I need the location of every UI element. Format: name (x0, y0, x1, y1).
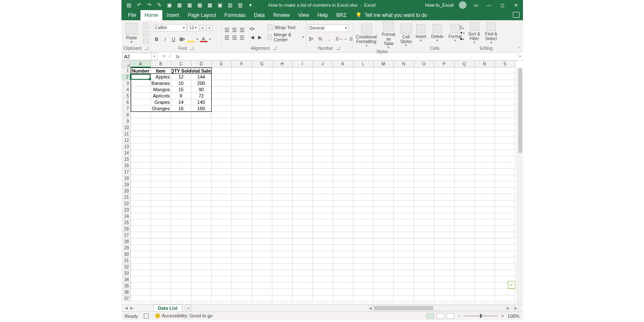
cell-P5[interactable] (434, 93, 455, 99)
cell-M15[interactable] (374, 156, 394, 162)
cell-E6[interactable] (212, 99, 232, 106)
cell-K1[interactable] (333, 68, 353, 74)
cell-B36[interactable] (151, 289, 171, 295)
cell-H13[interactable] (272, 143, 293, 150)
cell-D37[interactable] (191, 295, 212, 302)
cell-L29[interactable] (353, 245, 374, 251)
cell-K24[interactable] (333, 213, 353, 219)
cell-G24[interactable] (252, 213, 272, 219)
tab-formulas[interactable]: Formulas (220, 10, 250, 20)
cell-B13[interactable] (151, 143, 171, 150)
cell-I20[interactable] (293, 188, 313, 194)
cell-G34[interactable] (252, 276, 272, 283)
cell-B10[interactable] (151, 124, 171, 131)
hscroll-end-icon[interactable]: ▶ (513, 305, 519, 311)
row-header-11[interactable]: 11 (121, 131, 131, 137)
cell-N13[interactable] (394, 143, 414, 150)
cell-I6[interactable] (293, 99, 313, 106)
cell-O29[interactable] (414, 245, 434, 251)
cell-I33[interactable] (293, 270, 313, 276)
cell-D25[interactable] (191, 219, 212, 226)
cell-G10[interactable] (252, 124, 272, 131)
decrease-decimal-icon[interactable]: ←.0 (345, 35, 352, 42)
collapse-ribbon-icon[interactable]: ⌃ (517, 46, 520, 51)
cell-M7[interactable] (374, 106, 394, 112)
cell-J8[interactable] (313, 112, 333, 118)
cell-L19[interactable] (353, 181, 374, 188)
cell-H4[interactable] (272, 87, 293, 93)
cell-B8[interactable] (151, 112, 171, 118)
cell-N34[interactable] (394, 276, 414, 283)
cell-E21[interactable] (212, 194, 232, 200)
tab-view[interactable]: View (294, 10, 313, 20)
cell-F2[interactable] (232, 74, 252, 80)
comments-icon[interactable] (513, 12, 520, 18)
tell-me-search[interactable]: 💡 Tell me what you want to do (356, 12, 427, 18)
cell-O36[interactable] (414, 289, 434, 295)
clipboard-launcher-icon[interactable] (145, 46, 148, 50)
cell-B27[interactable] (151, 232, 171, 238)
decrease-indent-icon[interactable]: ◀ (249, 34, 256, 41)
cell-H1[interactable] (272, 68, 293, 74)
cell-B24[interactable] (151, 213, 171, 219)
cell-R19[interactable] (475, 181, 495, 188)
cell-N12[interactable] (394, 137, 414, 143)
column-header-J[interactable]: J (313, 61, 333, 68)
clear-icon[interactable]: ◆▾ (460, 37, 466, 42)
macro-record-icon[interactable] (144, 314, 149, 319)
cell-C16[interactable] (171, 162, 191, 169)
cell-L3[interactable] (353, 80, 374, 87)
cell-Q8[interactable] (455, 112, 475, 118)
format-painter-icon[interactable] (143, 38, 149, 44)
cell-I18[interactable] (293, 175, 313, 181)
cell-K33[interactable] (333, 270, 353, 276)
cell-R9[interactable] (475, 118, 495, 124)
cell-G15[interactable] (252, 156, 272, 162)
cell-I7[interactable] (293, 106, 313, 112)
cell-L22[interactable] (353, 200, 374, 207)
cell-O8[interactable] (414, 112, 434, 118)
cell-S27[interactable] (495, 232, 515, 238)
cell-S7[interactable] (495, 106, 515, 112)
minimize-icon[interactable]: — (485, 1, 493, 9)
cell-O22[interactable] (414, 200, 434, 207)
cell-R11[interactable] (475, 131, 495, 137)
cell-L15[interactable] (353, 156, 374, 162)
cut-icon[interactable] (143, 23, 149, 29)
column-header-R[interactable]: R (475, 61, 495, 68)
font-name-select[interactable]: Calibri▾ (154, 24, 186, 32)
cell-E15[interactable] (212, 156, 232, 162)
cell-E32[interactable] (212, 264, 232, 270)
cell-L34[interactable] (353, 276, 374, 283)
cell-M27[interactable] (374, 232, 394, 238)
vertical-scrollbar[interactable] (517, 68, 523, 304)
vertical-scroll-thumb[interactable] (518, 68, 522, 153)
cell-D23[interactable] (191, 207, 212, 213)
cell-I29[interactable] (293, 245, 313, 251)
name-box[interactable]: A2 (122, 53, 152, 60)
select-all-button[interactable] (121, 61, 131, 68)
cell-R3[interactable] (475, 80, 495, 87)
formula-bar[interactable] (181, 53, 517, 60)
cell-P36[interactable] (434, 289, 455, 295)
cell-H35[interactable] (272, 283, 293, 289)
cell-D22[interactable] (191, 200, 212, 207)
cell-N18[interactable] (394, 175, 414, 181)
cell-C22[interactable] (171, 200, 191, 207)
cell-A18[interactable] (131, 175, 151, 181)
cell-C35[interactable] (171, 283, 191, 289)
cell-Q37[interactable] (455, 295, 475, 302)
cell-L21[interactable] (353, 194, 374, 200)
cell-S28[interactable] (495, 238, 515, 245)
cell-P7[interactable] (434, 106, 455, 112)
cell-Q26[interactable] (455, 226, 475, 232)
cell-E25[interactable] (212, 219, 232, 226)
tab-insert[interactable]: Insert (162, 10, 183, 20)
cell-D19[interactable] (191, 181, 212, 188)
cell-Q15[interactable] (455, 156, 475, 162)
cell-E34[interactable] (212, 276, 232, 283)
cell-C26[interactable] (171, 226, 191, 232)
cell-G11[interactable] (252, 131, 272, 137)
cell-H16[interactable] (272, 162, 293, 169)
cell-I5[interactable] (293, 93, 313, 99)
